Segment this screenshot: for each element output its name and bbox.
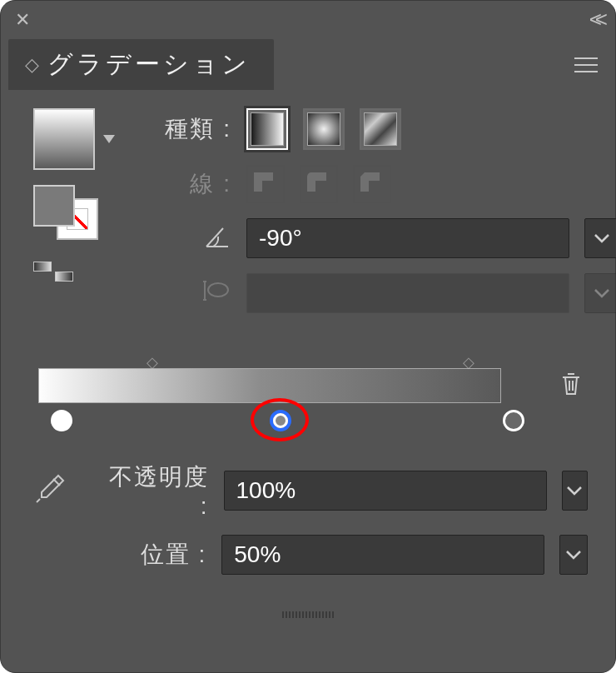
location-dropdown[interactable] — [559, 535, 588, 575]
angle-icon — [148, 222, 231, 256]
opacity-dropdown[interactable] — [562, 471, 588, 511]
gradient-preview-swatch[interactable] — [33, 108, 95, 170]
opacity-stops-row: ◇ ◇ — [38, 353, 583, 371]
gradient-panel: ✕ << ◇ グラデーション — [0, 0, 616, 673]
gradient-type-freeform[interactable] — [360, 108, 401, 150]
type-label: 種類 : — [148, 113, 231, 145]
panel-resize-grip[interactable] — [3, 611, 613, 618]
aspect-dropdown — [584, 273, 616, 313]
color-stop-start[interactable] — [51, 410, 72, 431]
gradient-type-radial[interactable] — [303, 108, 345, 150]
fill-swatch[interactable] — [33, 185, 75, 227]
stroke-label: 線 : — [148, 168, 231, 200]
reverse-gradient-button[interactable] — [33, 262, 115, 282]
panel-menu-icon[interactable] — [574, 57, 598, 72]
fill-stroke-toggle[interactable] — [33, 185, 98, 240]
stroke-align-outside[interactable] — [353, 165, 391, 203]
stroke-align-inside[interactable] — [246, 165, 285, 203]
location-value[interactable] — [234, 541, 532, 568]
eyedropper-icon[interactable] — [33, 472, 67, 509]
gradient-tab-icon: ◇ — [25, 54, 39, 76]
delete-stop-icon[interactable] — [559, 371, 583, 401]
panel-title: グラデーション — [47, 47, 251, 82]
panel-tab-gradient[interactable]: ◇ グラデーション — [8, 39, 274, 90]
color-stop-end[interactable] — [503, 410, 524, 431]
svg-point-0 — [208, 283, 228, 297]
stroke-align-center[interactable] — [300, 165, 338, 203]
opacity-input[interactable] — [224, 471, 547, 511]
location-input[interactable] — [221, 535, 544, 575]
opacity-label: 不透明度 : — [98, 461, 209, 520]
angle-dropdown[interactable] — [584, 218, 616, 258]
gradient-ramp[interactable] — [38, 368, 501, 403]
angle-value[interactable] — [259, 225, 557, 252]
panel-titlebar: ✕ << — [3, 3, 613, 34]
aspect-ratio-icon — [148, 278, 231, 309]
close-icon[interactable]: ✕ — [15, 9, 30, 31]
color-stops-row — [38, 405, 583, 438]
aspect-input — [246, 273, 569, 313]
tab-row: ◇ グラデーション — [3, 39, 613, 90]
opacity-midpoint-icon[interactable]: ◇ — [147, 353, 158, 371]
gradient-type-linear[interactable] — [246, 108, 288, 150]
collapse-icon[interactable]: << — [589, 7, 601, 32]
gradient-editor: ◇ ◇ — [38, 353, 583, 438]
opacity-midpoint-icon[interactable]: ◇ — [463, 353, 474, 371]
opacity-value[interactable] — [236, 477, 534, 504]
location-label: 位置 : — [88, 539, 207, 571]
angle-input[interactable] — [246, 218, 569, 258]
gradient-presets-dropdown-icon[interactable] — [103, 135, 115, 143]
color-stop-mid-selected[interactable] — [270, 410, 291, 431]
